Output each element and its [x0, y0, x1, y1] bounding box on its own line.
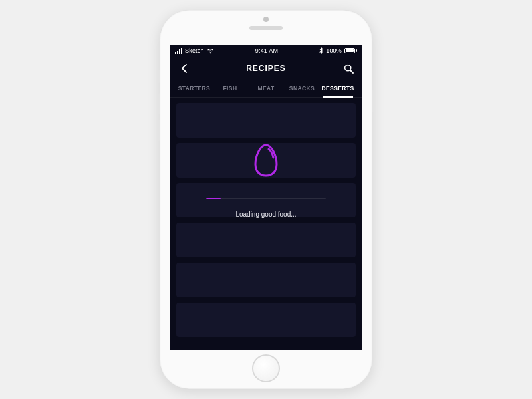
tab-starters[interactable]: STARTERS [176, 80, 212, 97]
chevron-left-icon [181, 64, 187, 73]
status-time: 9:41 AM [255, 47, 278, 54]
status-left: Sketch [175, 47, 214, 54]
mute-switch [158, 70, 160, 83]
volume-down-button [158, 120, 160, 141]
phone-frame: Sketch 9:41 AM 100% RECIPES [160, 10, 372, 389]
status-right: 100% [319, 47, 357, 54]
nav-bar: RECIPES [170, 57, 362, 80]
back-button[interactable] [178, 63, 190, 74]
category-tabs: STARTERS FISH MEAT SNACKS DESSERTS [170, 80, 362, 98]
egg-icon [253, 143, 279, 178]
signal-icon [175, 48, 182, 54]
home-button[interactable] [252, 354, 280, 382]
tab-desserts[interactable]: DESSERTS [320, 80, 356, 97]
tab-meat[interactable]: MEAT [248, 80, 284, 97]
phone-camera-dot [263, 17, 269, 22]
status-bar: Sketch 9:41 AM 100% [170, 45, 362, 57]
recipe-placeholder [176, 223, 356, 257]
volume-up-button [158, 93, 160, 114]
page-title: RECIPES [246, 64, 286, 73]
recipe-placeholder [176, 263, 356, 297]
recipe-list: Loading good food... [170, 98, 362, 342]
loading-progress-fill [206, 198, 221, 199]
battery-icon [344, 48, 357, 53]
search-icon [344, 64, 354, 74]
tab-snacks[interactable]: SNACKS [284, 80, 320, 97]
phone-screen: Sketch 9:41 AM 100% RECIPES [170, 45, 362, 350]
loading-text: Loading good food... [235, 211, 296, 218]
tab-fish[interactable]: FISH [212, 80, 248, 97]
bluetooth-icon [319, 47, 323, 54]
recipe-placeholder [176, 303, 356, 337]
svg-line-1 [350, 70, 353, 73]
search-button[interactable] [342, 63, 354, 74]
carrier-label: Sketch [185, 47, 204, 54]
loading-progress-bar [206, 198, 326, 199]
battery-percentage: 100% [326, 47, 342, 54]
recipe-placeholder [176, 103, 356, 138]
loading-overlay: Loading good food... [170, 143, 362, 218]
phone-speaker [249, 26, 283, 30]
power-button [372, 90, 374, 112]
wifi-icon [207, 48, 214, 54]
